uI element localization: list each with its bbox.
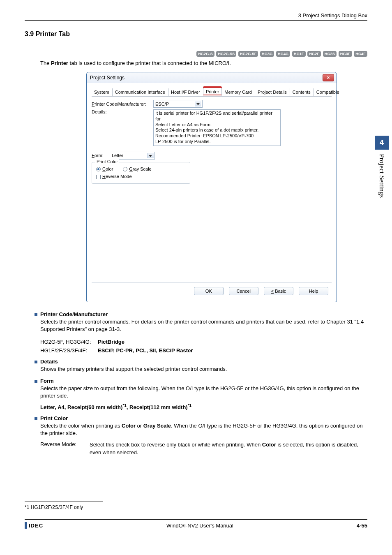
dialog-button-row: OK Cancel < Basic Help [92,282,332,297]
badge: HG3G [260,51,274,57]
badge: HG3F [339,51,352,57]
help-button[interactable]: Help [299,287,328,295]
def-details-body: Shows the primary printers that support … [25,365,367,373]
radio-gray-scale[interactable]: Gray Scale [123,166,151,172]
checkbox-reverse-mode[interactable]: Reverse Mode [96,174,186,179]
tab-host-if-driver[interactable]: Host I/F Driver [168,88,203,96]
badge: HG2G-5F [238,51,258,57]
dialog-titlebar: Project Settings × [87,72,337,83]
tab-memory-card[interactable]: Memory Card [222,88,255,96]
cancel-button[interactable]: Cancel [229,287,258,295]
close-button[interactable]: × [323,74,334,81]
def-printer-code-body: Selects the printer control commands. Fo… [25,318,367,333]
radio-color[interactable]: Color [96,166,113,172]
project-settings-dialog: Project Settings × System Communication … [86,72,337,302]
dialog-tabs: System Communication Interface Host I/F … [92,86,332,97]
def-print-color-body: Selects the color when printing as Color… [25,422,367,437]
badge: HG2S [323,51,337,57]
breadcrumb: 3 Project Settings Dialog Box [25,12,367,21]
reverse-mode-label: Reverse Mode: [40,441,90,456]
section-title: 3.9 Printer Tab [25,30,367,38]
def-printer-code-head: Printer Code/Manufacturer [25,311,367,317]
row-key: HG2G-5F, HG3G/4G: [40,339,98,345]
row-val: PictBridge [98,339,125,345]
def-form-options: Letter, A4, Receipt(60 mm width)*1, Rece… [25,403,367,410]
page-footer: IDEC WindO/I-NV2 User's Manual 4-55 [25,519,367,529]
model-badges: HG2G-S HG2G-5S HG2G-5F HG3G HG4G HG1F HG… [25,50,367,57]
details-textbox: It is serial printer for HG1F/2F/2S and … [153,109,281,146]
reverse-mode-desc: Select this check box to reverse only bl… [90,441,367,456]
brand-logo: IDEC [25,522,43,529]
basic-button[interactable]: < Basic [264,287,293,295]
row-val: ESC/P, PC-PR, PCL, SII, ESC/P Raster [98,347,193,354]
printer-code-combobox[interactable]: ESC/P [153,100,203,108]
page-number: 4-55 [357,523,367,529]
tab-communication-interface[interactable]: Communication Interface [112,88,168,96]
print-color-group: Print Color Color Gray Scale Reverse Mod… [92,162,190,184]
form-label: Form: [92,153,110,158]
def-print-color-head: Print Color [25,415,367,421]
printer-code-label: Printer Code/Manufacturer: [92,102,153,106]
footnote: *1 HG1F/2F/2S/3F/4F only [25,502,103,510]
tab-project-details[interactable]: Project Details [255,88,290,96]
def-form-body: Selects the paper size to output from th… [25,385,367,400]
badge: HG4F [354,51,367,57]
details-label: Details: [92,109,153,114]
manual-title: WindO/I-NV2 User's Manual [166,523,233,529]
badge: HG1F [292,51,306,57]
dialog-title: Project Settings [90,75,125,81]
chapter-side-label: Project Settings [378,150,386,198]
row-key: HG1F/2F/2S/3F/4F: [40,347,98,354]
def-details-head: Details [25,358,367,365]
badge: HG4G [276,51,290,57]
badge: HG2G-5S [216,51,236,57]
intro-text: The Printer tab is used to configure the… [40,60,367,66]
tab-compatible[interactable]: Compatible [314,88,342,96]
tab-printer[interactable]: Printer [203,88,222,96]
def-form-head: Form [25,378,367,384]
badge: HG2G-S [196,51,214,57]
tab-system[interactable]: System [92,88,112,96]
chapter-number-badge: 4 [375,136,389,150]
print-color-legend: Print Color [95,159,119,164]
form-combobox[interactable]: Letter [110,152,155,160]
tab-contents[interactable]: Contents [290,88,314,96]
chapter-side-tab: 4 Project Settings [375,136,389,198]
badge: HG2F [307,51,321,57]
ok-button[interactable]: OK [194,287,224,295]
